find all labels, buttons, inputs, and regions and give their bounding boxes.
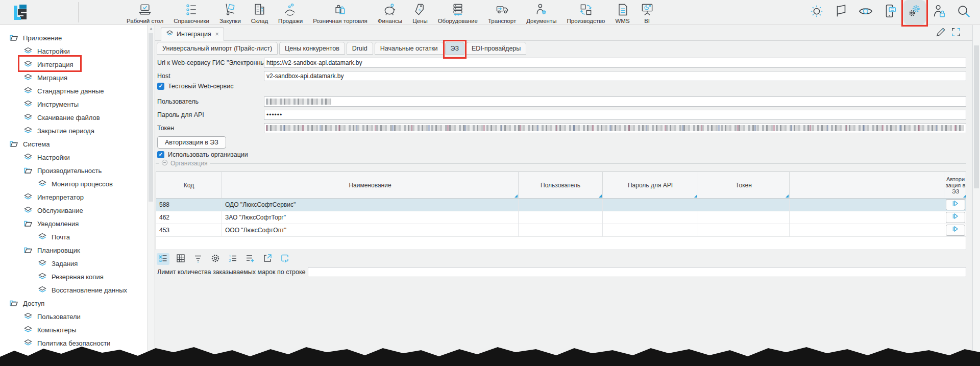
toolbar-item-finance[interactable]: Финансы bbox=[378, 1, 402, 25]
sidebar-item-19[interactable]: Восстановление данных bbox=[0, 283, 147, 297]
open-window-button[interactable] bbox=[261, 253, 274, 265]
main-scrollbar[interactable] bbox=[972, 25, 980, 366]
search-icon bbox=[956, 4, 971, 21]
fullscreen-button[interactable] bbox=[950, 28, 962, 39]
settings-small-icon bbox=[210, 253, 220, 265]
toolbar-button-announcement[interactable] bbox=[832, 3, 850, 22]
settings-tab-bar: Универсальный импорт (Прайс-лист)Цены ко… bbox=[157, 42, 526, 55]
sidebar-scrollbar[interactable]: ▲ bbox=[147, 25, 155, 366]
sidebar-item-8[interactable]: Система bbox=[0, 137, 147, 151]
tab-integration[interactable]: Интеграция × bbox=[161, 27, 224, 41]
toolbar-button-settings[interactable] bbox=[906, 3, 923, 22]
sidebar-item-21[interactable]: Пользователи bbox=[0, 310, 147, 323]
sidebar-item-11[interactable]: Монитор процессов bbox=[0, 177, 147, 190]
settings-button[interactable] bbox=[209, 253, 222, 265]
authorize-row-button[interactable] bbox=[946, 199, 965, 210]
main-scroll-thumb[interactable] bbox=[974, 45, 979, 188]
use-organizations-checkbox[interactable] bbox=[157, 151, 164, 158]
sidebar-item-9[interactable]: Настройки bbox=[0, 151, 147, 164]
list-view-button[interactable] bbox=[157, 253, 169, 265]
sidebar-item-3[interactable]: Миграция bbox=[0, 71, 147, 84]
filter-button[interactable] bbox=[191, 253, 204, 265]
sidebar-item-12[interactable]: Интерпретатор bbox=[0, 190, 147, 204]
top-toolbar: Рабочий столСправочникиЗакупкиСкладПрода… bbox=[0, 0, 980, 25]
toolbar-item-bi[interactable]: BI bbox=[640, 1, 654, 25]
sidebar-item-0[interactable]: Приложение bbox=[0, 31, 147, 44]
collapse-icon[interactable] bbox=[161, 159, 168, 168]
sidebar-scroll-thumb[interactable] bbox=[149, 33, 153, 202]
layers-icon bbox=[166, 30, 174, 39]
numbered-list-button[interactable]: 12 bbox=[226, 253, 239, 265]
subtab-2[interactable]: Druid bbox=[347, 42, 373, 55]
sidebar-item-18[interactable]: Резервная копия bbox=[0, 270, 147, 283]
user-input[interactable] bbox=[264, 96, 966, 107]
column-header-filler[interactable] bbox=[790, 172, 944, 198]
close-tab-icon[interactable]: × bbox=[215, 31, 219, 38]
host-input[interactable] bbox=[264, 71, 966, 81]
document-tab-bar: Интеграция × bbox=[155, 25, 973, 41]
toolbar-item-equipment[interactable]: Оборудование bbox=[438, 1, 478, 25]
limit-input[interactable] bbox=[308, 267, 966, 277]
add-list-button[interactable] bbox=[243, 253, 256, 265]
token-input[interactable] bbox=[264, 123, 966, 133]
edit-button[interactable] bbox=[935, 28, 946, 39]
toolbar-button-user-permissions[interactable] bbox=[930, 3, 948, 22]
authorize-button[interactable]: Авторизация в ЭЗ bbox=[157, 136, 226, 149]
sidebar-item-10[interactable]: Производительность bbox=[0, 164, 147, 177]
toolbar-item-prices[interactable]: $Цены bbox=[412, 1, 428, 25]
test-webservice-checkbox[interactable] bbox=[157, 83, 164, 90]
toolbar-item-retail[interactable]: Розничная торговля bbox=[313, 1, 368, 25]
sidebar-item-22[interactable]: Компьютеры bbox=[0, 323, 147, 336]
sidebar-item-20[interactable]: Доступ bbox=[0, 297, 147, 310]
org-row-462[interactable]: 462ЗАО "ЛюксСофтТорг" bbox=[156, 211, 966, 224]
column-header-0[interactable]: Код bbox=[156, 172, 222, 198]
column-header-1[interactable]: Наименование bbox=[222, 172, 519, 198]
subtab-5[interactable]: EDI-провайдеры bbox=[466, 42, 526, 55]
sidebar-item-14[interactable]: Уведомления bbox=[0, 217, 147, 230]
main-menu: Рабочий столСправочникиЗакупкиСкладПрода… bbox=[127, 0, 654, 25]
sidebar-item-7[interactable]: Закрытие периода bbox=[0, 124, 147, 137]
grid-view-button[interactable] bbox=[174, 253, 187, 265]
sidebar-item-16[interactable]: Планировщик bbox=[0, 243, 147, 257]
column-header-3[interactable]: Пароль для API bbox=[603, 172, 698, 198]
api-password-input[interactable] bbox=[264, 110, 966, 120]
organizations-table: КодНаименованиеПользовательПароль для AP… bbox=[156, 172, 966, 250]
sidebar-item-15[interactable]: Почта bbox=[0, 230, 147, 243]
column-header-4[interactable]: Токен bbox=[698, 172, 790, 198]
subtab-1[interactable]: Цены конкурентов bbox=[279, 42, 345, 55]
toolbar-item-desktop[interactable]: Рабочий стол bbox=[127, 1, 163, 25]
sidebar-item-1[interactable]: Настройки bbox=[0, 44, 147, 58]
scroll-up-icon[interactable]: ▲ bbox=[148, 27, 155, 30]
toolbar-item-catalog[interactable]: Справочники bbox=[174, 1, 209, 25]
toolbar-button-view[interactable] bbox=[857, 3, 874, 22]
authorize-row-button[interactable] bbox=[946, 212, 965, 223]
refresh-button[interactable] bbox=[278, 253, 291, 265]
toolbar-item-wms[interactable]: WMS bbox=[615, 1, 629, 25]
toolbar-button-search[interactable] bbox=[955, 3, 972, 22]
org-row-453[interactable]: 453ООО "ЛюксСофтОпт" bbox=[156, 224, 966, 237]
toolbar-item-purchases[interactable]: Закупки bbox=[219, 1, 241, 25]
toolbar-item-documents[interactable]: Документы bbox=[526, 1, 556, 25]
column-header-6[interactable]: Авторизация в ЭЗ bbox=[944, 172, 966, 198]
column-header-2[interactable]: Пользователь bbox=[519, 172, 603, 198]
toolbar-item-warehouse[interactable]: Склад bbox=[251, 1, 268, 25]
sidebar-item-24[interactable] bbox=[0, 350, 147, 363]
toolbar-item-sales[interactable]: Продажи bbox=[278, 1, 303, 25]
sidebar-item-23[interactable]: Политика безопасности bbox=[0, 336, 147, 350]
sidebar-item-5[interactable]: Инструменты bbox=[0, 97, 147, 111]
url-input[interactable] bbox=[264, 58, 966, 68]
subtab-3[interactable]: Начальные остатки bbox=[375, 42, 444, 55]
sidebar-item-6[interactable]: Скачивание файлов bbox=[0, 111, 147, 124]
sidebar-item-2[interactable]: Интеграция bbox=[0, 58, 147, 71]
toolbar-item-production[interactable]: Производство bbox=[567, 1, 605, 25]
authorize-row-button[interactable] bbox=[946, 225, 965, 236]
org-row-588[interactable]: 588ОДО "ЛюксСофтСервис" bbox=[156, 199, 966, 211]
toolbar-button-brightness[interactable] bbox=[808, 3, 825, 22]
sidebar-item-13[interactable]: Обслуживание bbox=[0, 204, 147, 217]
subtab-4[interactable]: ЭЗ bbox=[445, 42, 464, 55]
sidebar-item-17[interactable]: Задания bbox=[0, 257, 147, 270]
sidebar-item-4[interactable]: Стандартные данные bbox=[0, 84, 147, 97]
toolbar-button-feedback[interactable] bbox=[881, 3, 899, 22]
subtab-0[interactable]: Универсальный импорт (Прайс-лист) bbox=[157, 42, 278, 55]
toolbar-item-transport[interactable]: Транспорт bbox=[488, 1, 516, 25]
